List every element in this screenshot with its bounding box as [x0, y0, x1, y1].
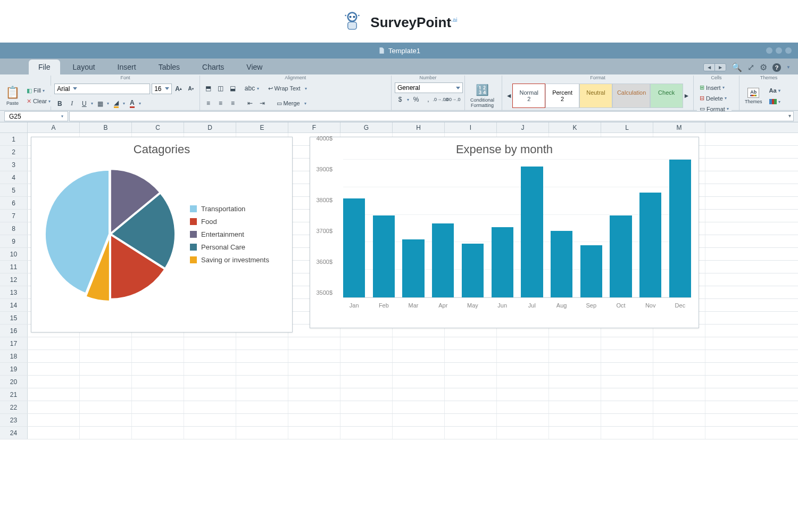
chart-pie-categories[interactable]: Catagories TransportationFoodEntertainme…: [31, 137, 293, 332]
delete-cells-button[interactable]: ⊟Delete▾: [697, 93, 732, 103]
cell[interactable]: [28, 337, 80, 350]
column-header[interactable]: G: [340, 122, 393, 132]
row-header[interactable]: 3: [0, 159, 28, 171]
cell[interactable]: [393, 401, 445, 413]
font-name-select[interactable]: Arial: [54, 84, 150, 94]
bold-button[interactable]: B: [54, 99, 65, 109]
cell[interactable]: [236, 427, 288, 439]
cell[interactable]: [653, 427, 705, 439]
cell[interactable]: [653, 414, 705, 426]
cell[interactable]: [445, 337, 497, 350]
cell[interactable]: [28, 427, 80, 439]
cell[interactable]: [80, 388, 132, 401]
cell[interactable]: [549, 401, 601, 413]
conditional-formatting-button[interactable]: 🔢 Conditional Formatting: [468, 82, 496, 109]
cell[interactable]: [497, 350, 549, 362]
column-header[interactable]: F: [288, 122, 340, 132]
row-header[interactable]: 7: [0, 210, 28, 222]
increase-font-icon[interactable]: A▴: [173, 84, 184, 94]
cell[interactable]: [340, 376, 393, 388]
cell[interactable]: [340, 363, 393, 375]
merge-button[interactable]: ▭Merge: [274, 98, 303, 109]
increase-decimal-icon[interactable]: .0→.00: [435, 95, 446, 104]
row-header[interactable]: 21: [0, 388, 28, 401]
cell[interactable]: [184, 401, 236, 413]
cell[interactable]: [236, 363, 288, 375]
number-format-select[interactable]: General: [395, 82, 463, 93]
cell[interactable]: [132, 427, 184, 439]
cell[interactable]: [80, 350, 132, 362]
search-icon[interactable]: 🔍: [732, 62, 742, 72]
indent-increase-icon[interactable]: ⇥: [257, 98, 268, 108]
gear-icon[interactable]: ⚙: [760, 62, 767, 72]
theme-colors-button[interactable]: ▾: [767, 97, 783, 106]
cell[interactable]: [497, 337, 549, 350]
cell[interactable]: [549, 376, 601, 388]
cell[interactable]: [132, 350, 184, 362]
window-controls[interactable]: [766, 47, 792, 54]
tab-tables[interactable]: Tables: [149, 60, 189, 74]
cell[interactable]: [236, 388, 288, 401]
cell[interactable]: [549, 388, 601, 401]
cell[interactable]: [288, 414, 340, 426]
font-size-select[interactable]: 16: [152, 84, 171, 94]
cell[interactable]: [288, 376, 340, 388]
row-header[interactable]: 5: [0, 184, 28, 196]
tab-insert[interactable]: Insert: [108, 60, 146, 74]
cell[interactable]: [653, 350, 705, 362]
wrap-text-button[interactable]: ↩Wrap Text: [265, 84, 303, 94]
cell[interactable]: [445, 388, 497, 401]
tab-file[interactable]: File: [29, 60, 60, 74]
cell[interactable]: [340, 401, 393, 413]
cell[interactable]: [497, 363, 549, 375]
cell[interactable]: [340, 337, 393, 350]
menu-caret-icon[interactable]: ▼: [786, 65, 791, 70]
spreadsheet-grid[interactable]: ABCDEFGHIJKLM 12345678910111213141516171…: [0, 122, 798, 439]
fill-button[interactable]: ◧Fill▾: [24, 86, 53, 96]
column-header[interactable]: M: [653, 122, 705, 132]
column-header[interactable]: I: [445, 122, 497, 132]
cell[interactable]: [28, 376, 80, 388]
cell[interactable]: [445, 350, 497, 362]
row-header[interactable]: 12: [0, 273, 28, 286]
cell[interactable]: [601, 414, 653, 426]
cell[interactable]: [28, 350, 80, 362]
cell[interactable]: [288, 388, 340, 401]
style-prev-icon[interactable]: ◄: [505, 91, 512, 101]
cell-reference-input[interactable]: G25▾: [4, 111, 68, 121]
cell[interactable]: [132, 401, 184, 413]
currency-icon[interactable]: $: [395, 95, 405, 104]
font-color-button[interactable]: A: [127, 99, 137, 109]
underline-button[interactable]: U: [79, 99, 89, 109]
column-header[interactable]: C: [132, 122, 184, 132]
cell[interactable]: [601, 376, 653, 388]
cell[interactable]: [132, 388, 184, 401]
align-top-icon[interactable]: ⬒: [203, 84, 214, 93]
cell[interactable]: [236, 350, 288, 362]
row-header[interactable]: 13: [0, 286, 28, 298]
cell[interactable]: [653, 401, 705, 413]
align-right-icon[interactable]: ≡: [228, 98, 238, 108]
cell[interactable]: [393, 414, 445, 426]
cell[interactable]: [497, 414, 549, 426]
cell[interactable]: [549, 337, 601, 350]
row-header[interactable]: 11: [0, 261, 28, 273]
row-header[interactable]: 23: [0, 414, 28, 426]
cell[interactable]: [393, 376, 445, 388]
cell[interactable]: [445, 376, 497, 388]
indent-decrease-icon[interactable]: ⇤: [245, 98, 255, 108]
select-all-corner[interactable]: [0, 122, 28, 132]
row-header[interactable]: 20: [0, 376, 28, 388]
cell[interactable]: [184, 363, 236, 375]
insert-cells-button[interactable]: ⊞Insert▾: [697, 82, 732, 93]
cell[interactable]: [340, 414, 393, 426]
cell[interactable]: [549, 350, 601, 362]
cell-style-normal-2[interactable]: Normal 2: [512, 84, 545, 108]
row-header[interactable]: 22: [0, 401, 28, 413]
cell[interactable]: [549, 414, 601, 426]
cell[interactable]: [288, 350, 340, 362]
expand-icon[interactable]: ⤢: [747, 62, 754, 72]
column-header[interactable]: A: [28, 122, 80, 132]
cell[interactable]: [28, 363, 80, 375]
cell[interactable]: [236, 376, 288, 388]
